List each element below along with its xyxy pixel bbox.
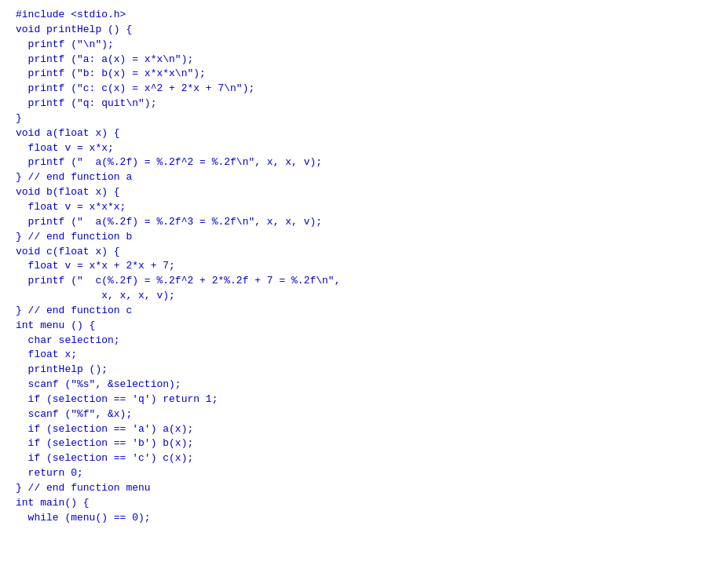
code-line: if (selection == 'b') b(x);: [16, 436, 712, 451]
code-line: char selection;: [16, 334, 712, 349]
code-line: return 0;: [16, 466, 712, 481]
code-line: printf (" c(%.2f) = %.2f^2 + 2*%.2f + 7 …: [16, 274, 712, 289]
code-editor: #include <stdio.h>void printHelp () { pr…: [0, 0, 728, 534]
code-line: float v = x*x;: [16, 141, 712, 156]
code-line: printf ("q: quit\n");: [16, 97, 712, 111]
code-line: scanf ("%f", &x);: [16, 407, 712, 422]
code-line: } // end function c: [16, 304, 712, 319]
code-line: #include <stdio.h>: [16, 8, 712, 23]
code-line: printf ("c: c(x) = x^2 + 2*x + 7\n");: [16, 82, 712, 97]
code-line: printf ("\n");: [16, 38, 712, 53]
code-line: if (selection == 'q') return 1;: [16, 392, 712, 407]
code-line: printf ("b: b(x) = x*x*x\n");: [16, 67, 712, 82]
code-line: if (selection == 'a') a(x);: [16, 422, 712, 437]
code-line: printf ("a: a(x) = x*x\n");: [16, 53, 712, 68]
code-line: float v = x*x*x;: [16, 200, 712, 215]
code-line: int menu () {: [16, 319, 712, 334]
code-line: int main() {: [16, 496, 712, 511]
code-line: void a(float x) {: [16, 126, 712, 141]
code-line: printHelp ();: [16, 363, 712, 378]
code-line: } // end function menu: [16, 481, 712, 496]
code-line: float v = x*x + 2*x + 7;: [16, 259, 712, 274]
code-line: void c(float x) {: [16, 245, 712, 260]
code-line: printf (" a(%.2f) = %.2f^3 = %.2f\n", x,…: [16, 215, 712, 230]
code-line: printf (" a(%.2f) = %.2f^2 = %.2f\n", x,…: [16, 155, 712, 170]
code-line: scanf ("%s", &selection);: [16, 378, 712, 392]
code-line: void b(float x) {: [16, 185, 712, 200]
code-line: float x;: [16, 348, 712, 363]
code-line: } // end function a: [16, 170, 712, 185]
code-line: x, x, x, v);: [16, 289, 712, 304]
code-line: } // end function b: [16, 230, 712, 245]
code-line: if (selection == 'c') c(x);: [16, 451, 712, 466]
code-line: while (menu() == 0);: [16, 511, 712, 526]
code-line: void printHelp () {: [16, 23, 712, 38]
code-line: }: [16, 111, 712, 126]
